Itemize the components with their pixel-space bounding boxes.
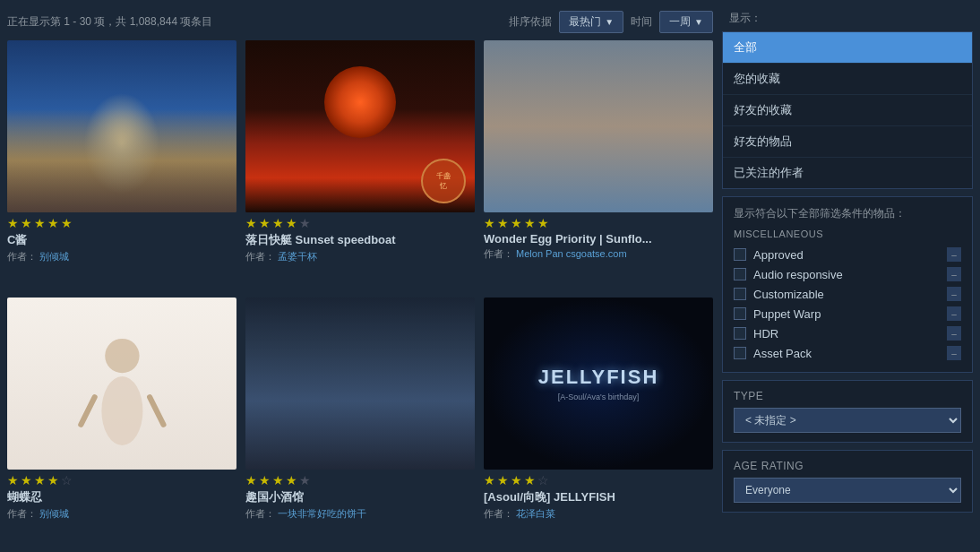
star-half-icon: ☆	[61, 473, 73, 487]
filter-puppet-warp-label: Puppet Warp	[753, 307, 821, 321]
item-title: 趣国小酒馆	[245, 489, 475, 505]
item-title: 蝴蝶忍	[7, 489, 236, 505]
filter-customizable-label: Customizable	[753, 288, 824, 301]
filter-hdr-remove-button[interactable]: –	[947, 326, 961, 341]
star-icon: ★	[497, 216, 509, 230]
filter-asset-pack-label: Asset Pack	[753, 347, 812, 360]
star-empty-icon: ★	[299, 216, 311, 230]
jellyfish-text: JELLYFISH	[538, 366, 659, 389]
filter-item: Asset Pack –	[734, 343, 961, 363]
star-half-icon: ☆	[537, 473, 549, 487]
star-icon: ★	[537, 216, 549, 230]
star-icon: ★	[61, 216, 73, 230]
sidebar-item-friend-items[interactable]: 好友的物品	[723, 126, 972, 158]
filter-approved-remove-button[interactable]: –	[947, 247, 961, 262]
item-stars: ★ ★ ★ ★ ☆	[484, 470, 713, 489]
filter-asset-pack-remove-button[interactable]: –	[947, 346, 961, 360]
item-thumbnail: 千盏忆	[245, 40, 475, 212]
list-item[interactable]: JELLYFISH [A-Soul/Ava's birthday] ★ ★ ★ …	[484, 298, 713, 546]
jellyfish-sub: [A-Soul/Ava's birthday]	[558, 392, 640, 401]
sidebar-item-all[interactable]: 全部	[723, 32, 972, 64]
age-rating-select[interactable]: Everyone Teen Mature	[734, 478, 961, 503]
item-thumbnail	[245, 298, 475, 470]
type-label: TYPE	[734, 390, 961, 402]
star-icon: ★	[34, 473, 46, 487]
item-author: 作者： 别倾城	[7, 250, 236, 263]
sort-week-button[interactable]: 一周 ▼	[659, 11, 713, 33]
age-section: AGE RATING Everyone Teen Mature	[722, 450, 973, 513]
filter-item: Approved –	[734, 245, 961, 264]
filter-section-title: 显示符合以下全部筛选条件的物品：	[734, 206, 961, 221]
star-icon: ★	[245, 216, 257, 230]
page-container: 正在显示第 1 - 30 项，共 1,088,844 项条目 排序依据 最热门 …	[0, 0, 980, 552]
filter-section: 显示符合以下全部筛选条件的物品： MISCELLANEOUS Approved …	[722, 196, 973, 373]
star-icon: ★	[21, 473, 32, 487]
sort-label: 排序依据	[509, 14, 552, 30]
filter-item: HDR –	[734, 323, 961, 343]
filter-audio-responsive-label: Audio responsive	[753, 268, 843, 281]
filter-asset-pack-checkbox[interactable]	[734, 347, 746, 359]
item-author: 作者： 别倾城	[7, 507, 236, 521]
type-select[interactable]: < 未指定 >	[734, 408, 961, 433]
star-icon: ★	[484, 216, 495, 230]
filter-item: Puppet Warp –	[734, 304, 961, 323]
sort-time-label: 时间	[631, 14, 652, 30]
list-item[interactable]: ★ ★ ★ ★ ★ 趣国小酒馆 作者： 一块非常好吃的饼干	[245, 298, 475, 546]
filter-approved-checkbox[interactable]	[734, 248, 746, 261]
sidebar-item-followed-authors[interactable]: 已关注的作者	[723, 158, 972, 188]
star-icon: ★	[34, 216, 46, 230]
star-icon: ★	[524, 473, 536, 487]
item-title: [Asoul/向晚] JELLYFISH	[484, 489, 713, 505]
star-icon: ★	[272, 473, 284, 487]
item-stars: ★ ★ ★ ★ ★	[245, 212, 475, 232]
star-icon: ★	[245, 473, 257, 487]
item-title: Wonder Egg Priority | Sunflo...	[484, 232, 713, 246]
svg-point-0	[101, 376, 142, 445]
star-icon: ★	[259, 216, 271, 230]
filter-hdr-checkbox[interactable]	[734, 327, 746, 340]
filter-customizable-checkbox[interactable]	[734, 288, 746, 300]
filter-item: Customizable –	[734, 284, 961, 304]
item-title: 落日快艇 Sunset speedboat	[245, 232, 475, 248]
item-thumbnail	[7, 298, 236, 470]
filter-approved-label: Approved	[753, 248, 804, 262]
item-author: 作者： 孟婆干杯	[245, 250, 475, 263]
list-item[interactable]: ★ ★ ★ ★ ★ C酱 作者： 别倾城	[7, 40, 236, 289]
chevron-down-icon-2: ▼	[694, 17, 703, 27]
filter-puppet-warp-checkbox[interactable]	[734, 307, 746, 320]
list-item[interactable]: ★ ★ ★ ★ ☆ 蝴蝶忍 作者： 别倾城	[7, 298, 236, 546]
filter-group-label: MISCELLANEOUS	[734, 229, 961, 239]
sort-controls: 排序依据 最热门 ▼ 时间 一周 ▼	[509, 11, 713, 33]
sidebar-display-label: 显示：	[722, 7, 973, 31]
list-item[interactable]: ★ ★ ★ ★ ★ Wonder Egg Priority | Sunflo..…	[484, 40, 713, 289]
filter-audio-responsive-remove-button[interactable]: –	[947, 267, 961, 281]
item-thumbnail	[7, 40, 236, 212]
sidebar-item-friend-collection[interactable]: 好友的收藏	[723, 95, 972, 126]
star-icon: ★	[21, 216, 32, 230]
item-artwork	[30, 315, 214, 453]
badge: 千盏忆	[421, 159, 466, 203]
star-icon: ★	[7, 216, 19, 230]
filter-item: Audio responsive –	[734, 264, 961, 284]
sidebar-item-my-collection[interactable]: 您的收藏	[723, 64, 972, 95]
list-item[interactable]: 千盏忆 ★ ★ ★ ★ ★ 落日快艇 Sunset speedboat 作者： …	[245, 40, 475, 289]
sort-hot-button[interactable]: 最热门 ▼	[559, 11, 623, 33]
item-author: 作者： Melon Pan csgoatse.com	[484, 247, 713, 261]
filter-hdr-label: HDR	[753, 327, 778, 341]
star-icon: ★	[511, 216, 522, 230]
display-options: 全部 您的收藏 好友的收藏 好友的物品 已关注的作者	[722, 31, 973, 189]
item-thumbnail: JELLYFISH [A-Soul/Ava's birthday]	[484, 298, 713, 470]
star-icon: ★	[259, 473, 271, 487]
item-stars: ★ ★ ★ ★ ★	[7, 212, 236, 232]
star-icon: ★	[286, 216, 297, 230]
star-icon: ★	[524, 216, 536, 230]
filter-customizable-remove-button[interactable]: –	[947, 287, 961, 301]
item-stars: ★ ★ ★ ★ ★	[484, 212, 713, 232]
sidebar: 显示： 全部 您的收藏 好友的收藏 好友的物品 已关注的作者 显示符合以下全部筛…	[722, 7, 973, 545]
item-stars: ★ ★ ★ ★ ★	[245, 470, 475, 489]
star-icon: ★	[511, 473, 522, 487]
item-thumbnail	[484, 40, 713, 212]
filter-puppet-warp-remove-button[interactable]: –	[947, 306, 961, 321]
filter-audio-responsive-checkbox[interactable]	[734, 268, 746, 280]
star-icon: ★	[47, 473, 59, 487]
